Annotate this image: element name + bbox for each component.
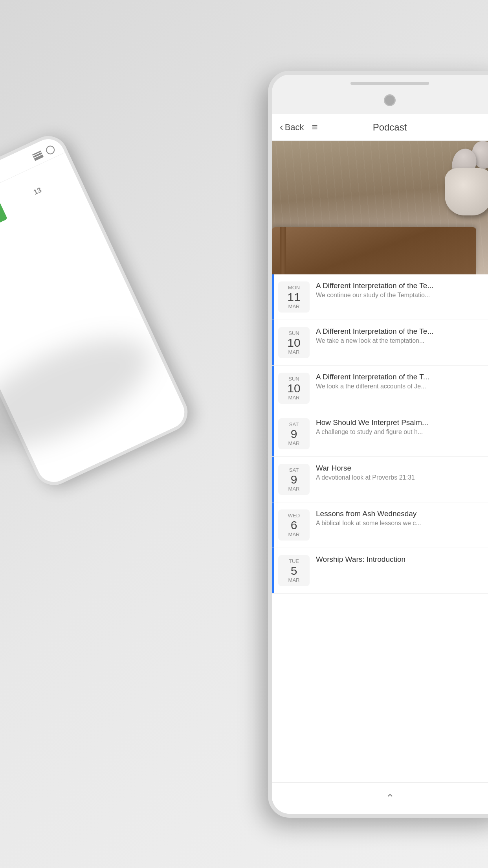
date-number: 10 [282,382,306,395]
item-content: War Horse A devotional look at Proverbs … [316,464,488,481]
item-title: A Different Interpretation of the Te... [316,327,488,336]
item-desc: A biblical look at some lessons we c... [316,520,488,527]
item-desc: A devotional look at Proverbs 21:31 [316,474,488,481]
timeline-bar [272,411,274,456]
app-screen: ‹ Back ≡ Podcast MON [272,114,488,814]
item-desc: We continue our study of the Temptatio..… [316,292,488,299]
item-content: Lessons from Ash Wednesday A biblical lo… [316,509,488,527]
podcast-item[interactable]: SAT 9 MAR How Should We Interpret Psalm.… [272,411,488,457]
item-title: War Horse [316,464,488,473]
day-label: WED [282,513,306,519]
podcast-list: MON 11 MAR A Different Interpretation of… [272,274,488,594]
earbuds [429,156,488,235]
day-label: SAT [282,421,306,427]
item-content: A Different Interpretation of the Te... … [316,327,488,344]
up-arrow-icon[interactable]: ⌃ [385,792,394,805]
month-label: MAR [282,577,306,583]
podcast-item[interactable]: SUN 10 MAR A Different Interpretation of… [272,320,488,366]
item-title: How Should We Interpret Psalm... [316,418,488,427]
timeline-bar [272,502,274,548]
month-label: MAR [282,395,306,401]
hero-image [272,141,488,274]
item-title: A Different Interpretation of the T... [316,373,488,381]
date-number: 11 [282,291,306,303]
day-label: MON [282,285,306,291]
month-label: MAR [282,486,306,492]
settings-icon [45,144,56,156]
podcast-item[interactable]: SAT 9 MAR War Horse A devotional look at… [272,457,488,502]
timeline-bar [272,548,274,593]
phone-right: ‹ Back ≡ Podcast MON [268,71,488,818]
date-box: SAT 9 MAR [278,418,310,449]
back-chevron-icon: ‹ [280,121,283,133]
book-spine [280,227,286,274]
timeline-bar [272,274,274,320]
date-box: WED 6 MAR [278,509,310,541]
item-content: A Different Interpretation of the Te... … [316,281,488,299]
item-title: A Different Interpretation of the Te... [316,281,488,290]
bottom-nav: ⌃ [272,782,488,814]
date-box: SAT 9 MAR [278,464,310,495]
back-button[interactable]: ‹ Back [280,121,304,133]
month-label: MAR [282,531,306,537]
menu-icon[interactable]: ≡ [312,121,318,133]
timeline-bar [272,320,274,365]
timeline-bar [272,457,274,502]
phone-notch [350,82,429,85]
date-number: 9 [282,473,306,486]
month-label: MAR [282,349,306,355]
podcast-item[interactable]: TUE 5 MAR Worship Wars: Introduction [272,548,488,594]
app-header: ‹ Back ≡ Podcast [272,114,488,141]
month-label: MAR [282,303,306,309]
date-number: 10 [282,336,306,349]
earbud-case [445,168,488,215]
phone-camera [384,94,396,106]
item-content: A Different Interpretation of the T... W… [316,373,488,390]
date-number: 5 [282,564,306,577]
item-desc: We look a the different accounts of Je..… [316,383,488,390]
item-title: Worship Wars: Introduction [316,555,488,564]
item-content: How Should We Interpret Psalm... A chall… [316,418,488,436]
day-label: TUE [282,558,306,564]
month-label: MAR [282,440,306,446]
timeline-bar [272,366,274,411]
stats-icon [32,151,44,161]
back-label: Back [285,122,304,132]
page-title: Podcast [373,122,407,133]
date-number: 9 [282,427,306,440]
date-number: 6 [282,519,306,531]
item-desc: We take a new look at the temptation... [316,337,488,344]
podcast-item[interactable]: SUN 10 MAR A Different Interpretation of… [272,366,488,411]
date-box: SUN 10 MAR [278,327,310,358]
date-box: SUN 10 MAR [278,373,310,404]
item-content: Worship Wars: Introduction [316,555,488,565]
podcast-item[interactable]: MON 11 MAR A Different Interpretation of… [272,274,488,320]
date-box: MON 11 MAR [278,281,310,313]
day-label: SAT [282,467,306,473]
item-desc: A challenge to study and figure out h... [316,428,488,436]
day-label: SUN [282,376,306,382]
date-box: TUE 5 MAR [278,555,310,586]
item-title: Lessons from Ash Wednesday [316,509,488,518]
podcast-item[interactable]: WED 6 MAR Lessons from Ash Wednesday A b… [272,502,488,548]
day-label: SUN [282,330,306,336]
